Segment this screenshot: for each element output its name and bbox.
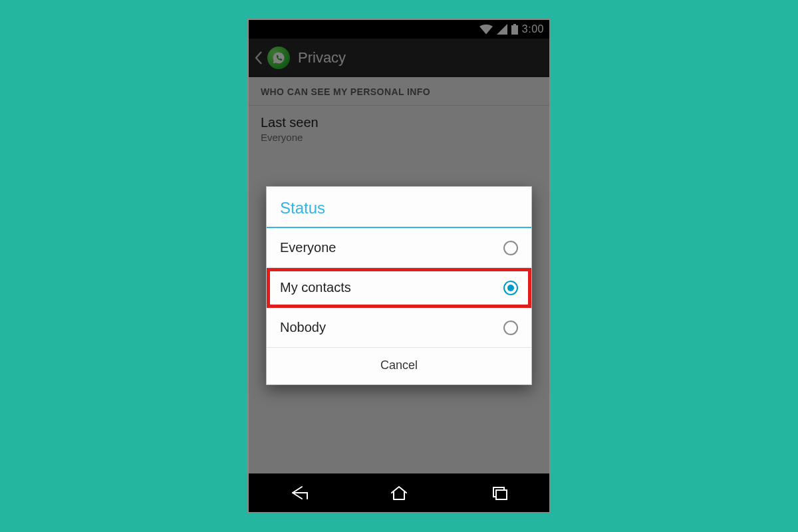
cancel-button[interactable]: Cancel xyxy=(380,358,418,372)
status-clock: 3:00 xyxy=(522,23,544,35)
radio-icon xyxy=(503,281,518,295)
option-label: My contacts xyxy=(280,280,351,295)
screen-title: Privacy xyxy=(298,49,346,66)
svg-rect-1 xyxy=(513,24,516,25)
svg-rect-0 xyxy=(511,25,518,35)
nav-back-button[interactable] xyxy=(287,484,310,501)
option-my-contacts[interactable]: My contacts xyxy=(267,268,531,308)
android-status-bar: 3:00 xyxy=(249,20,549,39)
wifi-icon xyxy=(479,24,493,35)
last-seen-row[interactable]: Last seen Everyone xyxy=(249,106,549,154)
phone-frame: 3:00 Privacy WHO CAN SEE MY PERSONAL INF… xyxy=(247,19,551,513)
dialog-options: Everyone My contacts Nobody xyxy=(267,228,531,348)
nav-home-button[interactable] xyxy=(388,484,410,501)
option-everyone[interactable]: Everyone xyxy=(267,228,531,268)
android-nav-bar xyxy=(249,473,549,512)
app-action-bar: Privacy xyxy=(249,39,549,77)
dialog-title: Status xyxy=(267,187,531,228)
option-label: Nobody xyxy=(280,320,326,335)
section-header: WHO CAN SEE MY PERSONAL INFO xyxy=(249,77,549,106)
cell-signal-icon xyxy=(497,24,507,35)
privacy-settings-list: WHO CAN SEE MY PERSONAL INFO Last seen E… xyxy=(249,77,549,154)
option-nobody[interactable]: Nobody xyxy=(267,308,531,348)
last-seen-value: Everyone xyxy=(261,132,537,143)
last-seen-label: Last seen xyxy=(261,115,537,130)
svg-rect-3 xyxy=(496,490,507,499)
whatsapp-logo-icon xyxy=(267,47,290,69)
status-privacy-dialog: Status Everyone My contacts Nobody Cance… xyxy=(266,186,532,385)
nav-recent-apps-button[interactable] xyxy=(488,484,511,501)
dialog-actions: Cancel xyxy=(267,348,531,384)
back-icon[interactable] xyxy=(254,51,263,65)
radio-icon xyxy=(503,321,518,335)
option-label: Everyone xyxy=(280,240,336,255)
battery-icon xyxy=(511,24,518,35)
radio-icon xyxy=(503,241,518,255)
